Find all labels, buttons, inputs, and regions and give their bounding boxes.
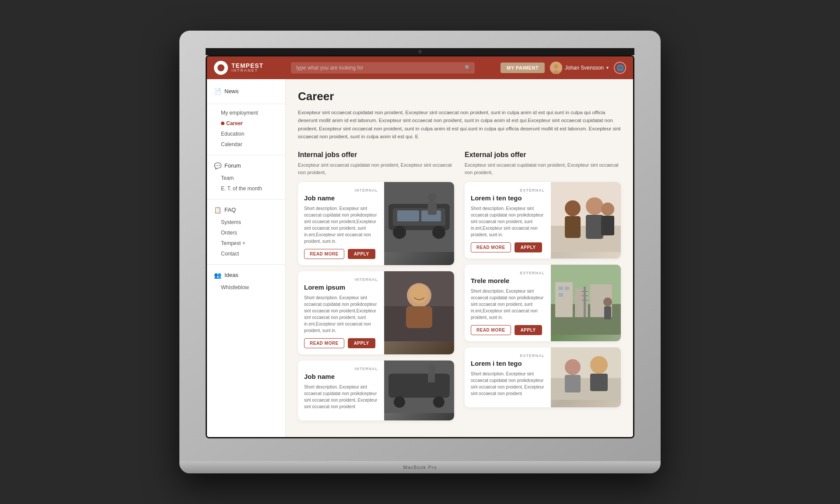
sidebar-item-career[interactable]: Career xyxy=(214,118,285,129)
read-more-button[interactable]: READ MORE xyxy=(471,325,511,335)
page-title: Career xyxy=(298,90,621,103)
sidebar-divider-4 xyxy=(207,264,285,265)
my-payment-button[interactable]: MY PAIMENT xyxy=(500,63,545,73)
sidebar-item-news[interactable]: 📄 News xyxy=(207,84,285,98)
job-name: Trele morele xyxy=(471,277,545,284)
read-more-button[interactable]: READ MORE xyxy=(471,242,511,252)
jobs-grid: Internal jobs offer Excepteur sint occae… xyxy=(298,151,621,427)
search-input[interactable] xyxy=(291,62,475,74)
svg-rect-11 xyxy=(428,202,437,215)
job-tag: INTERNAL xyxy=(304,277,378,282)
job-name: Job name xyxy=(304,194,378,202)
svg-rect-22 xyxy=(428,372,435,382)
read-more-button[interactable]: READ MORE xyxy=(304,249,344,259)
laptop-screen: TEMPEST INTRANET 🔍 MY PAIMENT xyxy=(206,55,634,439)
read-more-button[interactable]: READ MORE xyxy=(304,338,344,348)
job-image xyxy=(384,182,454,265)
external-jobs-desc: Excepteur sint occaecat cupidatat non pr… xyxy=(465,161,621,176)
app-header: TEMPEST INTRANET 🔍 MY PAIMENT xyxy=(207,56,633,79)
internal-jobs-column: Internal jobs offer Excepteur sint occae… xyxy=(298,151,454,427)
sidebar-item-label: Forum xyxy=(224,162,241,169)
svg-point-49 xyxy=(590,356,608,374)
svg-point-27 xyxy=(586,197,603,215)
page-intro: Excepteur sint occaecat cupidatat non pr… xyxy=(298,108,621,141)
job-card-external-1: EXTERNAL Lorem i ten tego Short descript… xyxy=(465,182,621,259)
sidebar-item-et-month[interactable]: E. T. of the month xyxy=(214,183,285,194)
sidebar-item-faq[interactable]: 📋 FAQ xyxy=(207,203,285,217)
job-card-content: INTERNAL Job name Short description. Exc… xyxy=(298,360,384,420)
logo-icon xyxy=(214,61,228,75)
apply-button[interactable]: APPLY xyxy=(514,242,542,252)
forum-section: 💬 Forum Team E. T. of the month xyxy=(207,159,285,194)
faq-sub-items: Systems Orders Tempest + Contact xyxy=(207,217,285,259)
forum-icon: 💬 xyxy=(214,162,221,169)
sidebar-item-orders[interactable]: Orders xyxy=(214,228,285,238)
job-actions: READ MORE APPLY xyxy=(471,325,545,335)
job-name: Lorem i ten tego xyxy=(471,194,545,202)
svg-point-39 xyxy=(603,298,612,306)
ideas-section: 👥 Ideas Whistleblow xyxy=(207,268,285,293)
internal-jobs-title: Internal jobs offer xyxy=(298,151,454,159)
job-image xyxy=(551,265,621,341)
svg-point-29 xyxy=(601,203,614,216)
sidebar-divider-2 xyxy=(207,155,285,155)
language-button[interactable]: 🌐 xyxy=(614,62,626,74)
main-layout: 📄 News My employment Career Educa xyxy=(207,79,633,438)
job-name: Lorem i ten tego xyxy=(471,360,545,367)
news-section: 📄 News xyxy=(207,84,285,98)
search-icon: 🔍 xyxy=(465,65,471,71)
job-description: Short description. Excepteur sint occaec… xyxy=(304,294,378,334)
job-card-internal-3: INTERNAL Job name Short description. Exc… xyxy=(298,360,454,420)
career-section: My employment Career Education Calendar xyxy=(207,108,285,150)
svg-point-20 xyxy=(433,396,444,408)
job-card-content: EXTERNAL Lorem i ten tego Short descript… xyxy=(465,347,551,407)
svg-rect-43 xyxy=(581,295,588,296)
job-image xyxy=(551,182,621,259)
apply-button[interactable]: APPLY xyxy=(514,325,542,335)
career-sub-items: My employment Career Education Calendar xyxy=(207,108,285,150)
faq-section: 📋 FAQ Systems Orders Tempest + Contact xyxy=(207,203,285,259)
sidebar-item-systems[interactable]: Systems xyxy=(214,217,285,228)
logo-text: TEMPEST INTRANET xyxy=(231,63,263,73)
job-description: Short description. Excepteur sint occaec… xyxy=(471,288,545,321)
laptop-frame: TEMPEST INTRANET 🔍 MY PAIMENT xyxy=(179,31,661,474)
browser-content: TEMPEST INTRANET 🔍 MY PAIMENT xyxy=(207,56,633,438)
job-description: Short description. Excepteur sint occaec… xyxy=(471,205,545,238)
sidebar-item-label: News xyxy=(224,88,239,94)
sidebar-item-tempest-plus[interactable]: Tempest + xyxy=(214,238,285,248)
sidebar-item-whistleblow[interactable]: Whistleblow xyxy=(214,282,285,293)
sidebar-item-forum[interactable]: 💬 Forum xyxy=(207,159,285,173)
sidebar-item-ideas[interactable]: 👥 Ideas xyxy=(207,268,285,282)
sidebar-item-my-employment[interactable]: My employment xyxy=(214,108,285,118)
sidebar-item-calendar[interactable]: Calendar xyxy=(214,139,285,150)
forum-sub-items: Team E. T. of the month xyxy=(207,173,285,194)
svg-point-47 xyxy=(565,359,581,375)
svg-rect-46 xyxy=(551,378,621,400)
svg-rect-40 xyxy=(604,306,611,319)
laptop-base: MacBook Pro xyxy=(179,461,661,473)
job-tag: EXTERNAL xyxy=(471,188,545,192)
apply-button[interactable]: APPLY xyxy=(348,249,375,259)
external-jobs-column: External jobs offer Excepteur sint occae… xyxy=(465,151,621,427)
logo-brand: TEMPEST xyxy=(231,63,263,69)
svg-rect-42 xyxy=(581,291,588,292)
ideas-sub-items: Whistleblow xyxy=(207,282,285,293)
job-card-content: EXTERNAL Trele morele Short description.… xyxy=(465,265,551,341)
apply-button[interactable]: APPLY xyxy=(348,338,375,348)
svg-rect-18 xyxy=(388,374,450,398)
sidebar-item-team[interactable]: Team xyxy=(214,173,285,183)
sidebar-item-contact[interactable]: Contact xyxy=(214,248,285,259)
job-name: Job name xyxy=(304,373,378,380)
logo-circle-inner xyxy=(217,64,224,71)
svg-rect-26 xyxy=(565,216,581,238)
sidebar-item-education[interactable]: Education xyxy=(214,129,285,139)
internal-jobs-desc: Excepteur sint occaecat cupidatat non pr… xyxy=(298,161,454,176)
job-image xyxy=(384,271,454,354)
logo-area: TEMPEST INTRANET xyxy=(214,61,284,75)
user-menu[interactable]: Johan Svensson ▾ xyxy=(550,62,609,74)
user-name: Johan Svensson xyxy=(565,65,604,71)
svg-rect-8 xyxy=(397,210,419,221)
svg-point-10 xyxy=(428,193,437,202)
svg-rect-34 xyxy=(575,289,588,317)
job-card-internal-2: INTERNAL Lorem ipsum Short description. … xyxy=(298,271,454,354)
